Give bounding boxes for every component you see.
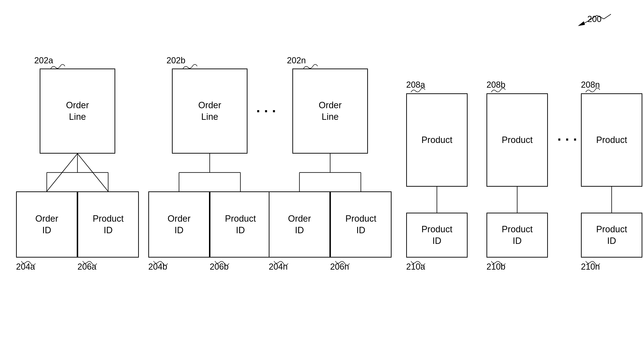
box-204b: OrderID [148,191,210,258]
box-204n: OrderID [269,191,330,258]
label-210a: 210a [406,262,425,272]
dots-order-lines: . . . [256,99,276,116]
svg-line-0 [47,154,78,191]
box-202n: OrderLine [292,69,368,154]
label-202n: 202n [287,56,306,66]
svg-line-1 [78,154,108,191]
box-204a: OrderID [16,191,78,258]
label-204b: 204b [148,262,167,272]
box-210b: ProductID [486,213,548,258]
box-202b: OrderLine [172,69,248,154]
label-206b: 206b [210,262,228,272]
box-206n: ProductID [330,191,392,258]
svg-line-17 [604,14,611,19]
diagram: 200 202a OrderLine 202b OrderLine . . . … [0,0,644,345]
label-208a: 208a [406,80,425,90]
label-202b: 202b [166,56,186,66]
svg-line-19 [590,15,597,20]
label-204a: 204a [16,262,35,272]
box-208b: Product [486,93,548,187]
label-210n: 210n [581,262,600,272]
box-210n: ProductID [581,213,642,258]
dots-products: . . . [557,128,577,144]
figure-arrow [573,12,616,31]
label-204n: 204n [269,262,288,272]
box-202a: OrderLine [40,69,115,154]
box-206b: ProductID [210,191,271,258]
label-206a: 206a [78,262,96,272]
label-208b: 208b [486,80,506,90]
box-210a: ProductID [406,213,468,258]
label-206n: 206n [330,262,349,272]
box-208n: Product [581,93,642,187]
label-210b: 210b [486,262,506,272]
box-208a: Product [406,93,468,187]
svg-line-18 [597,15,604,19]
label-208n: 208n [581,80,600,90]
label-202a: 202a [34,56,53,66]
box-206a: ProductID [78,191,139,258]
